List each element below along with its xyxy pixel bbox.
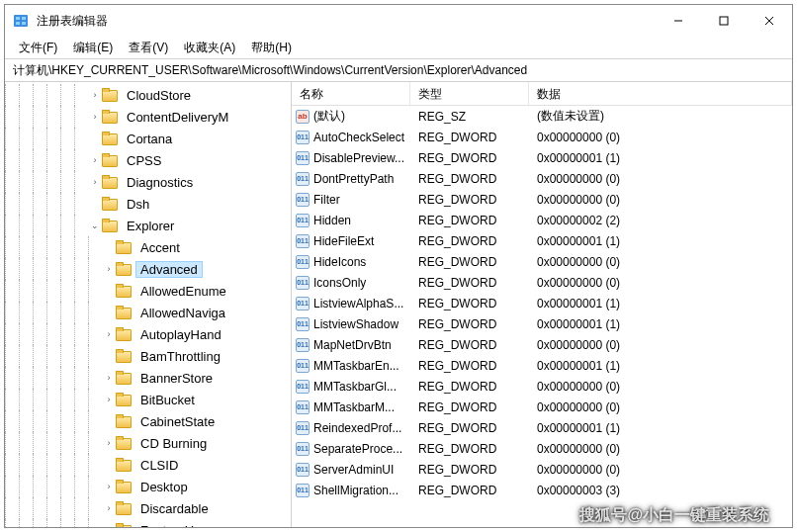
- tree-pane[interactable]: ›CloudStore›ContentDeliveryMCortana›CPSS…: [5, 82, 292, 527]
- expand-icon[interactable]: ›: [102, 482, 116, 491]
- folder-icon: [102, 110, 118, 124]
- tree-node[interactable]: AllowedNaviga: [5, 302, 291, 323]
- tree-node[interactable]: ›CloudStore: [5, 84, 291, 106]
- value-type: REG_DWORD: [410, 359, 529, 373]
- value-row[interactable]: 011SeparateProce...REG_DWORD0x00000000 (…: [292, 438, 792, 459]
- expand-icon[interactable]: ›: [102, 438, 116, 448]
- expand-icon[interactable]: ›: [88, 177, 102, 187]
- value-row[interactable]: 011MMTaskbarGl...REG_DWORD0x00000000 (0): [292, 376, 792, 397]
- tree-node[interactable]: ⌄Explorer: [5, 215, 291, 236]
- binary-value-icon: 011: [296, 380, 310, 394]
- tree-node[interactable]: ›CD Burning: [5, 432, 291, 454]
- value-row[interactable]: 011HideFileExtREG_DWORD0x00000001 (1): [292, 230, 792, 251]
- minimize-button[interactable]: [656, 5, 701, 37]
- value-row[interactable]: 011MMTaskbarM...REG_DWORD0x00000000 (0): [292, 397, 792, 417]
- tree-node-label: Advanced: [135, 261, 203, 278]
- value-row[interactable]: 011ReindexedProf...REG_DWORD0x00000001 (…: [292, 417, 792, 438]
- close-button[interactable]: [747, 5, 792, 37]
- tree-node[interactable]: Accent: [5, 236, 291, 258]
- expand-icon[interactable]: ›: [88, 155, 102, 165]
- menu-file[interactable]: 文件(F): [11, 38, 65, 58]
- value-type: REG_DWORD: [410, 255, 529, 269]
- menu-favorites[interactable]: 收藏夹(A): [176, 38, 243, 58]
- value-row[interactable]: 011ShellMigration...REG_DWORD0x00000003 …: [292, 480, 792, 500]
- value-row[interactable]: 011AutoCheckSelectREG_DWORD0x00000000 (0…: [292, 127, 792, 147]
- tree-node[interactable]: ›Discardable: [5, 497, 291, 519]
- expand-icon[interactable]: ›: [102, 395, 116, 404]
- svg-rect-3: [16, 22, 20, 25]
- value-name: MMTaskbarGl...: [313, 380, 397, 394]
- binary-value-icon: 011: [296, 297, 310, 310]
- expand-icon[interactable]: ›: [88, 112, 102, 122]
- list-header[interactable]: 名称 类型 数据: [292, 82, 792, 106]
- tree-node[interactable]: ›ContentDeliveryM: [5, 106, 291, 128]
- svg-rect-2: [22, 17, 26, 20]
- value-row[interactable]: 011ListviewAlphaS...REG_DWORD0x00000001 …: [292, 293, 792, 313]
- expand-icon[interactable]: ›: [102, 373, 116, 383]
- value-data: 0x00000000 (0): [529, 255, 792, 269]
- value-row[interactable]: 011HideIconsREG_DWORD0x00000000 (0): [292, 251, 792, 272]
- value-name: MMTaskbarM...: [313, 400, 395, 414]
- value-row[interactable]: ab(默认)REG_SZ(数值未设置): [292, 106, 792, 127]
- folder-icon: [116, 414, 132, 428]
- binary-value-icon: 011: [296, 400, 310, 414]
- value-row[interactable]: 011DontPrettyPathREG_DWORD0x00000000 (0): [292, 168, 792, 189]
- tree-node-label: BannerStore: [135, 371, 218, 386]
- tree-node[interactable]: ›AutoplayHand: [5, 323, 291, 345]
- value-name: ReindexedProf...: [313, 421, 401, 435]
- value-row[interactable]: 011DisablePreview...REG_DWORD0x00000001 …: [292, 147, 792, 168]
- maximize-button[interactable]: [701, 5, 747, 37]
- binary-value-icon: 011: [296, 214, 310, 227]
- tree-node[interactable]: ›BitBucket: [5, 389, 291, 410]
- value-row[interactable]: 011MMTaskbarEn...REG_DWORD0x00000001 (1): [292, 355, 792, 376]
- binary-value-icon: 011: [296, 193, 310, 207]
- value-row[interactable]: 011HiddenREG_DWORD0x00000002 (2): [292, 210, 792, 230]
- collapse-icon[interactable]: ⌄: [88, 221, 102, 230]
- svg-rect-1: [16, 17, 20, 20]
- tree-node[interactable]: AllowedEnume: [5, 280, 291, 302]
- value-row[interactable]: 011ServerAdminUIREG_DWORD0x00000000 (0): [292, 459, 792, 480]
- tree-node[interactable]: BamThrottling: [5, 345, 291, 367]
- values-pane[interactable]: 名称 类型 数据 ab(默认)REG_SZ(数值未设置)011AutoCheck…: [292, 82, 792, 527]
- expand-icon[interactable]: ›: [102, 503, 116, 513]
- value-row[interactable]: 011FilterREG_DWORD0x00000000 (0): [292, 189, 792, 210]
- value-type: REG_DWORD: [410, 131, 529, 144]
- folder-icon: [116, 262, 132, 276]
- column-data[interactable]: 数据: [529, 82, 792, 105]
- tree-node-label: BitBucket: [135, 393, 200, 407]
- menu-help[interactable]: 帮助(H): [243, 38, 300, 58]
- tree-node[interactable]: Cortana: [5, 128, 291, 149]
- value-type: REG_DWORD: [410, 463, 529, 477]
- expand-icon[interactable]: ›: [102, 525, 116, 527]
- svg-rect-6: [720, 17, 728, 25]
- expand-icon[interactable]: ›: [102, 329, 116, 339]
- menu-edit[interactable]: 编辑(E): [65, 38, 121, 58]
- tree-node[interactable]: CabinetState: [5, 410, 291, 432]
- column-type[interactable]: 类型: [410, 82, 529, 105]
- value-data: 0x00000001 (1): [529, 297, 792, 310]
- tree-node[interactable]: ›BannerStore: [5, 367, 291, 389]
- tree-node[interactable]: ›Advanced: [5, 258, 291, 280]
- menu-view[interactable]: 查看(V): [121, 38, 176, 58]
- expand-icon[interactable]: ›: [88, 90, 102, 100]
- menubar: 文件(F) 编辑(E) 查看(V) 收藏夹(A) 帮助(H): [5, 37, 792, 58]
- svg-rect-4: [22, 22, 26, 25]
- address-bar[interactable]: 计算机\HKEY_CURRENT_USER\Software\Microsoft…: [5, 58, 792, 82]
- value-row[interactable]: 011ListviewShadowREG_DWORD0x00000001 (1): [292, 313, 792, 334]
- column-name[interactable]: 名称: [292, 82, 410, 105]
- value-row[interactable]: 011IconsOnlyREG_DWORD0x00000000 (0): [292, 272, 792, 293]
- tree-node[interactable]: CLSID: [5, 454, 291, 476]
- window-title: 注册表编辑器: [37, 13, 656, 30]
- tree-node[interactable]: ›Desktop: [5, 476, 291, 497]
- value-row[interactable]: 011MapNetDrvBtnREG_DWORD0x00000000 (0): [292, 334, 792, 355]
- folder-icon: [116, 240, 132, 254]
- value-name: HideFileExt: [313, 234, 374, 248]
- tree-node-label: BamThrottling: [135, 349, 225, 364]
- tree-node[interactable]: Dsh: [5, 193, 291, 215]
- tree-node[interactable]: ›CPSS: [5, 149, 291, 171]
- tree-node[interactable]: ›FeatureUsage: [5, 519, 291, 527]
- value-data: 0x00000000 (0): [529, 442, 792, 456]
- expand-icon[interactable]: ›: [102, 264, 116, 274]
- value-type: REG_DWORD: [410, 214, 529, 227]
- tree-node[interactable]: ›Diagnostics: [5, 171, 291, 193]
